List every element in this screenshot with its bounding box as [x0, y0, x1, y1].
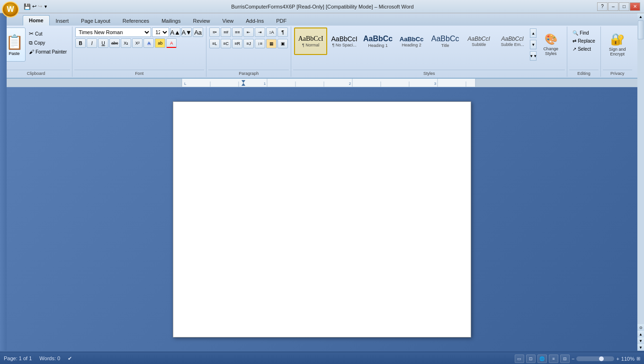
- styles-scroll-down[interactable]: ▼: [530, 40, 537, 49]
- scroll-track[interactable]: [637, 20, 644, 324]
- strikethrough-button[interactable]: abc: [109, 38, 120, 48]
- bullets-button[interactable]: ≡•: [209, 27, 220, 37]
- decrease-font-button[interactable]: A▼: [181, 27, 192, 37]
- tab-home[interactable]: Home: [23, 15, 50, 26]
- styles-scroll-up[interactable]: ▲: [530, 28, 537, 38]
- style-title[interactable]: AaBbCc Title: [429, 27, 462, 55]
- tab-insert[interactable]: Insert: [50, 15, 75, 26]
- text-highlight-button[interactable]: ab: [155, 38, 165, 48]
- superscript-button[interactable]: X²: [132, 38, 143, 48]
- svg-rect-2: [475, 79, 641, 87]
- sign-encrypt-button[interactable]: 🔐 Sign and Encrypt: [604, 27, 631, 62]
- full-screen-view-button[interactable]: ⊡: [526, 355, 536, 363]
- style-no-spacing-preview: AaBbCcI: [331, 35, 358, 43]
- tab-pdf[interactable]: PDF: [270, 15, 293, 26]
- text-effects-button[interactable]: A: [143, 38, 154, 48]
- format-painter-icon: 🖌: [29, 49, 34, 55]
- copy-button[interactable]: ⧉ Copy: [27, 39, 69, 47]
- web-layout-view-button[interactable]: 🌐: [537, 355, 547, 363]
- increase-font-button[interactable]: A▲: [170, 27, 180, 37]
- zoom-fit-button[interactable]: ⊞: [636, 356, 640, 361]
- font-color-button[interactable]: A: [166, 38, 177, 48]
- zoom-in-button[interactable]: +: [616, 356, 619, 362]
- minimize-button[interactable]: –: [608, 2, 618, 11]
- font-row1: Times New Roman 12 A▲ A▼ Aa: [75, 27, 203, 37]
- undo-icon[interactable]: ↩: [32, 3, 36, 9]
- style-heading1[interactable]: AaBbCc Heading 1: [361, 27, 394, 55]
- font-name-select[interactable]: Times New Roman: [75, 27, 151, 37]
- borders-button[interactable]: ▣: [277, 39, 288, 48]
- zoom-slider[interactable]: [576, 356, 614, 361]
- font-row2: B I U abc X₂ X² A ab A: [75, 38, 203, 48]
- tab-mailings[interactable]: Mailings: [155, 15, 187, 26]
- change-styles-button[interactable]: 🎨 Change Styles: [537, 27, 564, 62]
- scroll-to-start-button[interactable]: ⊙: [637, 324, 644, 331]
- svg-text:3: 3: [434, 82, 437, 86]
- justify-button[interactable]: ≡J: [243, 39, 254, 48]
- spellcheck-icon[interactable]: ✔: [68, 355, 72, 362]
- numbering-button[interactable]: ≡#: [221, 27, 231, 37]
- decrease-indent-button[interactable]: ⇤: [243, 27, 254, 37]
- show-formatting-button[interactable]: ¶: [277, 27, 288, 37]
- scroll-down-button[interactable]: ▼: [637, 344, 644, 351]
- style-subtitle[interactable]: AaBbCcI Subtitle: [462, 27, 495, 55]
- tab-page-layout[interactable]: Page Layout: [75, 15, 116, 26]
- status-bar: Page: 1 of 1 Words: 0 ✔ ▭ ⊡ 🌐 ≡ ⊟ − + 11…: [0, 352, 644, 364]
- select-icon: ↗: [572, 46, 576, 52]
- styles-scroll-controls: ▲ ▼ ▼▼: [530, 27, 537, 62]
- styles-more-button[interactable]: ▼▼: [530, 51, 537, 61]
- tab-view[interactable]: View: [216, 15, 240, 26]
- draft-view-button[interactable]: ⊟: [560, 355, 570, 363]
- italic-button[interactable]: I: [87, 38, 97, 48]
- redo-icon[interactable]: ↪: [38, 3, 42, 9]
- document-page[interactable]: [173, 101, 471, 337]
- line-spacing-button[interactable]: ↕≡: [255, 39, 265, 48]
- font-size-select[interactable]: 12: [152, 27, 169, 37]
- increase-indent-button[interactable]: ⇥: [255, 27, 265, 37]
- print-layout-view-button[interactable]: ▭: [515, 355, 524, 363]
- save-icon[interactable]: 💾: [24, 3, 31, 10]
- sign-encrypt-icon: 🔐: [610, 33, 625, 46]
- scroll-prev-button[interactable]: ▲: [637, 331, 644, 337]
- bold-button[interactable]: B: [75, 38, 86, 48]
- status-right: ▭ ⊡ 🌐 ≡ ⊟ − + 110% ⊞: [515, 355, 640, 363]
- style-no-spacing[interactable]: AaBbCcI ¶ No Spaci...: [328, 27, 361, 55]
- style-subtle-em[interactable]: AaBbCcI Subtle Em...: [496, 27, 529, 55]
- sort-button[interactable]: ↕A: [266, 27, 277, 37]
- cut-button[interactable]: ✂ Cut: [27, 29, 69, 38]
- multilevel-list-button[interactable]: ≡≡: [232, 27, 242, 37]
- underline-button[interactable]: U: [98, 38, 108, 48]
- shading-button[interactable]: ▦: [266, 39, 277, 48]
- align-right-button[interactable]: ≡R: [232, 39, 242, 48]
- select-button[interactable]: ↗ Select: [570, 46, 598, 53]
- outline-view-button[interactable]: ≡: [549, 355, 558, 363]
- zoom-out-button[interactable]: −: [572, 356, 574, 362]
- zoom-level[interactable]: 110%: [621, 356, 635, 362]
- help-icon[interactable]: ?: [597, 2, 608, 11]
- scroll-up-button[interactable]: ▲: [637, 13, 644, 20]
- close-button[interactable]: ✕: [630, 2, 640, 11]
- font-label: Font: [74, 70, 204, 77]
- vertical-scrollbar[interactable]: ▲ ⊙ ▲ ▼ ▼: [637, 13, 644, 351]
- style-subtle-em-preview: AaBbCcI: [501, 36, 523, 42]
- tab-review[interactable]: Review: [187, 15, 216, 26]
- tab-references[interactable]: References: [116, 15, 155, 26]
- scroll-thumb[interactable]: [638, 20, 644, 39]
- office-button[interactable]: W: [2, 1, 19, 18]
- maximize-button[interactable]: □: [619, 2, 629, 11]
- zoom-thumb[interactable]: [599, 356, 604, 361]
- align-left-button[interactable]: ≡L: [209, 39, 220, 48]
- clear-formatting-button[interactable]: Aa: [193, 27, 203, 37]
- find-button[interactable]: 🔍 Find: [570, 29, 598, 36]
- styles-label: Styles: [293, 70, 565, 77]
- scroll-next-button[interactable]: ▼: [637, 337, 644, 344]
- customize-icon[interactable]: ▼: [44, 4, 48, 9]
- style-normal[interactable]: AaBbCcI ¶ Normal: [294, 27, 327, 55]
- page-status: Page: 1 of 1: [4, 355, 32, 362]
- replace-button[interactable]: ⇄ Replace: [570, 37, 598, 45]
- align-center-button[interactable]: ≡C: [221, 39, 231, 48]
- format-painter-button[interactable]: 🖌 Format Painter: [27, 48, 69, 55]
- subscript-button[interactable]: X₂: [121, 38, 131, 48]
- tab-add-ins[interactable]: Add-Ins: [240, 15, 270, 26]
- style-heading2[interactable]: AaBbCc Heading 2: [395, 27, 428, 55]
